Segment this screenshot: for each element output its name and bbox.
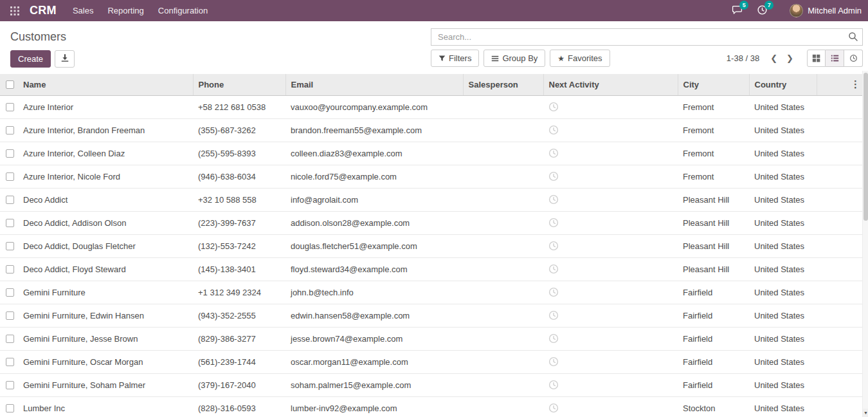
cell-next-activity[interactable] <box>543 304 678 327</box>
table-row[interactable]: Azure Interior+58 212 681 0538vauxoo@you… <box>0 95 868 118</box>
cell-next-activity[interactable] <box>543 188 678 211</box>
cell-phone[interactable]: (943)-352-2555 <box>193 304 285 327</box>
column-header-country[interactable]: Country <box>749 74 817 95</box>
cell-name[interactable]: Gemini Furniture <box>18 281 193 304</box>
cell-country[interactable]: United States <box>749 95 817 118</box>
column-header-phone[interactable]: Phone <box>193 74 285 95</box>
activity-clock-icon[interactable] <box>548 102 559 112</box>
cell-name[interactable]: Deco Addict <box>18 188 193 211</box>
activities-button[interactable]: 7 <box>757 5 768 17</box>
cell-country[interactable]: United States <box>749 327 817 350</box>
messages-button[interactable]: 5 <box>732 5 743 17</box>
cell-country[interactable]: United States <box>749 188 817 211</box>
row-checkbox[interactable] <box>6 196 14 204</box>
cell-email[interactable]: soham.palmer15@example.com <box>285 373 463 396</box>
activity-clock-icon[interactable] <box>548 357 559 367</box>
cell-salesperson[interactable] <box>463 373 543 396</box>
row-checkbox[interactable] <box>6 242 14 250</box>
row-checkbox[interactable] <box>6 103 14 111</box>
cell-country[interactable]: United States <box>749 281 817 304</box>
cell-name[interactable]: Lumber Inc <box>18 396 193 417</box>
pager-next-icon[interactable]: ❯ <box>782 51 798 66</box>
cell-phone[interactable]: +32 10 588 558 <box>193 188 285 211</box>
cell-phone[interactable]: (946)-638-6034 <box>193 165 285 188</box>
menu-sales[interactable]: Sales <box>66 1 101 21</box>
cell-email[interactable]: john.b@tech.info <box>285 281 463 304</box>
cell-city[interactable]: Fremont <box>678 95 749 118</box>
cell-city[interactable]: Fremont <box>678 142 749 165</box>
cell-next-activity[interactable] <box>543 118 678 142</box>
cell-city[interactable]: Pleasant Hill <box>678 234 749 257</box>
cell-phone[interactable]: (379)-167-2040 <box>193 373 285 396</box>
cell-country[interactable]: United States <box>749 304 817 327</box>
activity-clock-icon[interactable] <box>548 148 559 158</box>
activity-clock-icon[interactable] <box>548 125 559 135</box>
select-all-checkbox[interactable] <box>6 80 14 89</box>
cell-salesperson[interactable] <box>463 188 543 211</box>
cell-phone[interactable]: +58 212 681 0538 <box>193 95 285 118</box>
cell-email[interactable]: edwin.hansen58@example.com <box>285 304 463 327</box>
row-checkbox[interactable] <box>6 126 14 134</box>
cell-next-activity[interactable] <box>543 95 678 118</box>
scrollbar[interactable]: ▼ <box>862 71 868 417</box>
cell-next-activity[interactable] <box>543 327 678 350</box>
cell-country[interactable]: United States <box>749 373 817 396</box>
export-button[interactable] <box>55 50 75 68</box>
cell-phone[interactable]: (829)-386-3277 <box>193 327 285 350</box>
cell-next-activity[interactable] <box>543 211 678 234</box>
table-row[interactable]: Deco Addict, Douglas Fletcher(132)-553-7… <box>0 234 868 257</box>
cell-name[interactable]: Gemini Furniture, Oscar Morgan <box>18 350 193 373</box>
cell-name[interactable]: Gemini Furniture, Soham Palmer <box>18 373 193 396</box>
row-checkbox[interactable] <box>6 288 14 297</box>
cell-email[interactable]: jesse.brown74@example.com <box>285 327 463 350</box>
activity-clock-icon[interactable] <box>548 287 559 297</box>
apps-menu-icon[interactable] <box>6 4 23 18</box>
scrollbar-thumb[interactable] <box>863 73 868 221</box>
cell-name[interactable]: Azure Interior, Colleen Diaz <box>18 142 193 165</box>
table-row[interactable]: Azure Interior, Colleen Diaz(255)-595-83… <box>0 142 868 165</box>
cell-next-activity[interactable] <box>543 396 678 417</box>
row-checkbox[interactable] <box>6 381 14 389</box>
cell-next-activity[interactable] <box>543 142 678 165</box>
cell-name[interactable]: Azure Interior, Brandon Freeman <box>18 118 193 142</box>
table-row[interactable]: Gemini Furniture, Edwin Hansen(943)-352-… <box>0 304 868 327</box>
activity-clock-icon[interactable] <box>548 171 559 181</box>
activity-view-button[interactable] <box>844 50 863 67</box>
activity-clock-icon[interactable] <box>548 264 559 274</box>
column-header-name[interactable]: Name <box>18 74 193 95</box>
cell-email[interactable]: info@agrolait.com <box>285 188 463 211</box>
search-icon[interactable] <box>848 32 858 44</box>
column-header-salesperson[interactable]: Salesperson <box>463 74 543 95</box>
row-checkbox[interactable] <box>6 358 14 366</box>
table-row[interactable]: Deco Addict, Addison Olson(223)-399-7637… <box>0 211 868 234</box>
cell-city[interactable]: Fairfield <box>678 327 749 350</box>
cell-email[interactable]: oscar.morgan11@example.com <box>285 350 463 373</box>
row-checkbox[interactable] <box>6 219 14 227</box>
group-by-button[interactable]: Group By <box>484 50 545 67</box>
cell-name[interactable]: Deco Addict, Floyd Steward <box>18 257 193 281</box>
activity-clock-icon[interactable] <box>548 194 559 205</box>
cell-salesperson[interactable] <box>463 211 543 234</box>
pager-previous-icon[interactable]: ❮ <box>766 51 782 66</box>
table-row[interactable]: Gemini Furniture+1 312 349 2324john.b@te… <box>0 281 868 304</box>
activity-clock-icon[interactable] <box>548 310 559 320</box>
user-menu[interactable]: Mitchell Admin <box>790 4 862 17</box>
cell-city[interactable]: Fairfield <box>678 350 749 373</box>
row-checkbox[interactable] <box>6 311 14 320</box>
cell-city[interactable]: Stockton <box>678 396 749 417</box>
cell-phone[interactable]: (132)-553-7242 <box>193 234 285 257</box>
cell-country[interactable]: United States <box>749 118 817 142</box>
row-checkbox[interactable] <box>6 265 14 273</box>
cell-name[interactable]: Gemini Furniture, Jesse Brown <box>18 327 193 350</box>
create-button[interactable]: Create <box>10 50 51 68</box>
row-checkbox[interactable] <box>6 404 14 412</box>
cell-next-activity[interactable] <box>543 281 678 304</box>
table-row[interactable]: Deco Addict, Floyd Steward(145)-138-3401… <box>0 257 868 281</box>
scrollbar-down-arrow-icon[interactable]: ▼ <box>863 409 868 417</box>
row-checkbox[interactable] <box>6 335 14 343</box>
cell-country[interactable]: United States <box>749 211 817 234</box>
activity-clock-icon[interactable] <box>548 380 559 390</box>
cell-next-activity[interactable] <box>543 234 678 257</box>
activity-clock-icon[interactable] <box>548 403 559 413</box>
cell-next-activity[interactable] <box>543 350 678 373</box>
